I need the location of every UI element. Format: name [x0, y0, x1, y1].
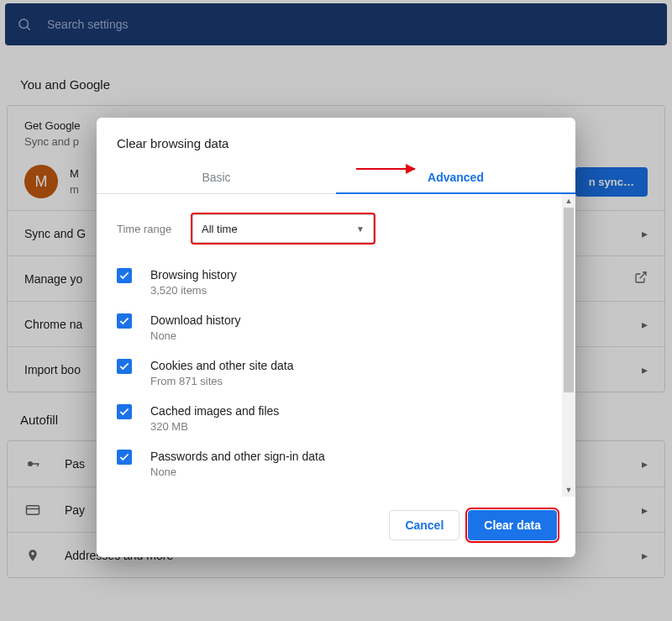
checkbox-checked-icon[interactable] — [117, 450, 132, 465]
option-cookies[interactable]: Cookies and other site data From 871 sit… — [117, 350, 549, 396]
dialog-tabs: Basic Advanced — [97, 161, 575, 194]
option-label: Cookies and other site data — [150, 359, 293, 372]
option-label: Passwords and other sign-in data — [150, 450, 325, 463]
option-label: Download history — [150, 313, 240, 327]
time-range-label: Time range — [117, 223, 192, 235]
option-detail: None — [150, 329, 240, 342]
time-range-row: Time range All time ▼ — [117, 214, 549, 243]
dialog-scroll-area: Time range All time ▼ Browsing history 3… — [117, 206, 569, 492]
cancel-button[interactable]: Cancel — [389, 510, 459, 540]
scroll-up-icon[interactable]: ▲ — [562, 194, 575, 208]
option-label: Cached images and files — [150, 404, 279, 418]
clear-browsing-data-dialog: Clear browsing data Basic Advanced Time … — [97, 118, 575, 557]
dialog-title: Clear browsing data — [97, 118, 575, 161]
option-cached[interactable]: Cached images and files 320 MB — [117, 396, 549, 441]
scrollbar-thumb[interactable] — [564, 208, 574, 392]
checkbox-checked-icon[interactable] — [117, 313, 132, 329]
time-range-value: All time — [202, 223, 238, 235]
checkbox-checked-icon[interactable] — [117, 404, 132, 419]
checkbox-checked-icon[interactable] — [117, 268, 132, 283]
dialog-footer: Cancel Clear data — [97, 497, 575, 557]
option-detail: 320 MB — [150, 420, 279, 433]
chevron-down-icon: ▼ — [356, 224, 365, 234]
option-detail: From 871 sites — [150, 375, 293, 387]
option-browsing-history[interactable]: Browsing history 3,520 items — [117, 260, 549, 305]
option-detail: None — [150, 466, 325, 478]
clear-data-button[interactable]: Clear data — [468, 510, 557, 540]
tab-basic[interactable]: Basic — [97, 161, 336, 194]
time-range-select[interactable]: All time ▼ — [192, 214, 374, 243]
checkbox-checked-icon[interactable] — [117, 359, 132, 374]
option-autofill-form[interactable]: Autofill form data — [117, 487, 549, 492]
vertical-scrollbar[interactable]: ▲ ▼ — [562, 194, 575, 497]
dialog-body: Time range All time ▼ Browsing history 3… — [97, 194, 575, 497]
option-label: Browsing history — [150, 268, 237, 282]
scroll-down-icon[interactable]: ▼ — [562, 483, 575, 497]
option-detail: 3,520 items — [150, 284, 237, 297]
option-passwords[interactable]: Passwords and other sign-in data None — [117, 441, 549, 487]
tab-advanced[interactable]: Advanced — [336, 161, 575, 194]
annotation-arrow-icon — [356, 168, 415, 170]
option-download-history[interactable]: Download history None — [117, 305, 549, 350]
